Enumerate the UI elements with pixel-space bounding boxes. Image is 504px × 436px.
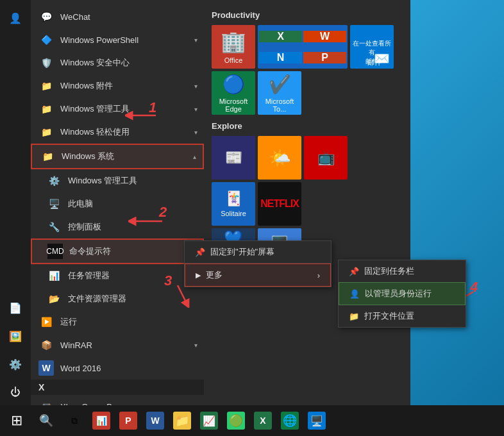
taskbar-app5-icon: 📈 (200, 412, 218, 430)
sidebar-icon-power[interactable]: ⏻ (3, 380, 28, 405)
taskbar-explorer[interactable]: 📁 (169, 408, 195, 433)
taskbar-app6-icon: 🟢 (227, 412, 245, 430)
app-item-powershell[interactable]: 🔷 Windows PowerShell ▾ (31, 28, 204, 51)
taskbar-app1-icon: 📊 (92, 412, 110, 430)
todo-icon: ✔️ (269, 74, 291, 95)
tile-weather[interactable]: 🌤️ (258, 136, 301, 180)
taskview-button[interactable]: ⧉ (62, 408, 87, 433)
taskbar-excel-icon: X (254, 412, 272, 430)
search-button[interactable]: 🔍 (32, 407, 60, 435)
app-item-accessories[interactable]: 📁 Windows 附件 ▾ (31, 74, 204, 97)
tile-edge-label: Microsoft Edge (215, 97, 251, 113)
app-item-run[interactable]: ▶️ 运行 (31, 310, 204, 333)
tile-office2[interactable]: X W N P (258, 25, 348, 69)
pintaskbar-item[interactable]: 📌 固定到任务栏 (339, 260, 466, 282)
tile-todo[interactable]: ✔️ Microsoft To... (258, 71, 301, 115)
arrow-icon5: ▴ (193, 153, 196, 160)
excel-mini: X (259, 31, 302, 42)
submenu-arrow: › (317, 271, 320, 280)
runadmin-item[interactable]: 👤 以管理员身份运行 (339, 282, 466, 305)
folder-icon4: 📁 (40, 149, 55, 164)
weather-icon: 🌤️ (269, 147, 291, 169)
app-item-xbox[interactable]: 🎮 Xbox Game Bar (31, 395, 204, 405)
explore-title: Explore (212, 121, 403, 131)
runadmin-icon: 👤 (349, 289, 360, 299)
app-item-mypc[interactable]: 🖥️ 此电脑 (31, 192, 204, 215)
desktop: 👤 📄 🖼️ ⚙️ ⏻ 💬 WeChat 🔷 Windows PowerShel… (0, 0, 504, 436)
tile-mail[interactable]: 在一处查看所有邮件 ✉️ 邮件 (350, 25, 394, 69)
taskbar: ⊞ 🔍 ⧉ 📊 P W 📁 📈 🟢 X 🌐 🖥️ (0, 405, 504, 436)
solitaire-icon: 🃏 (225, 190, 242, 207)
arrow-icon: ▾ (194, 37, 197, 44)
openfileloc-icon: 📁 (349, 312, 359, 321)
onenote-mini: N (259, 52, 302, 63)
controlpanel-icon: 🔧 (46, 219, 62, 235)
winrar-icon: 📦 (38, 337, 54, 353)
mypc-icon: 🖥️ (46, 196, 62, 212)
openfileloc-item[interactable]: 📁 打开文件位置 (339, 305, 466, 327)
word-mini: W (303, 31, 346, 42)
app-item-winrar[interactable]: 📦 WinRAR ▾ (31, 333, 204, 356)
arrow-icon3: ▾ (194, 106, 197, 113)
taskbar-app5[interactable]: 📈 (196, 408, 222, 433)
tile-news[interactable]: 📺 (304, 136, 348, 180)
ppt-mini: P (303, 52, 346, 63)
more-item[interactable]: ▶ 更多 › (185, 264, 331, 287)
app-item-controlpanel[interactable]: 🔧 控制面板 (31, 215, 204, 239)
xbox-icon: 🎮 (38, 399, 54, 405)
tile-office[interactable]: 🏢 Office (212, 25, 255, 69)
taskbar-app9[interactable]: 🖥️ (304, 408, 330, 433)
app-item-winmgmt[interactable]: ⚙️ Windows 管理工具 (31, 169, 204, 192)
explorer-icon: 📂 (46, 291, 62, 306)
sidebar-icon-pictures[interactable]: 🖼️ (3, 323, 28, 349)
app-item-easeofaccess[interactable]: 📁 Windows 轻松使用 ▾ (31, 121, 204, 144)
word-icon: W (38, 360, 54, 376)
tile-netflix[interactable]: NETFLIX (258, 182, 301, 226)
start-button[interactable]: ⊞ (3, 407, 31, 435)
wechat-icon: 💬 (38, 9, 54, 24)
tile-dark1[interactable]: 📰 (212, 136, 255, 180)
app-list[interactable]: 💬 WeChat 🔷 Windows PowerShell ▾ 🛡️ Windo… (31, 0, 204, 405)
tiles-row-4: 🃏 Solitaire NETFLIX (212, 182, 403, 226)
sidebar-icon-settings[interactable]: ⚙️ (3, 351, 28, 377)
section-x: X (31, 380, 204, 395)
app-item-cmd[interactable]: CMD 命令提示符 (31, 239, 204, 264)
sidebar-icon-documents[interactable]: 📄 (3, 295, 28, 321)
tile-mail-label: 邮件 (353, 58, 394, 67)
app-item-word[interactable]: W Word 2016 (31, 356, 204, 380)
netflix-icon: NETFLIX (260, 198, 299, 210)
tile-todo-label: Microsoft To... (262, 97, 298, 113)
tiles-row-2: 🔵 Microsoft Edge ✔️ Microsoft To... (212, 71, 403, 115)
arrow-icon2: ▾ (194, 83, 197, 90)
app-item-admintools[interactable]: 📁 Windows 管理工具 ▾ (31, 97, 204, 121)
sidebar-icons: 👤 📄 🖼️ ⚙️ ⏻ (0, 0, 31, 405)
taskbar-app6[interactable]: 🟢 (223, 408, 249, 433)
app-item-security[interactable]: 🛡️ Windows 安全中心 (31, 51, 204, 74)
taskbar-app1[interactable]: 📊 (88, 408, 114, 433)
taskbar-explorer-icon: 📁 (173, 412, 191, 430)
arrow-icon6: ▾ (194, 342, 197, 349)
app-item-winsystem[interactable]: 📁 Windows 系统 ▴ (31, 144, 204, 169)
context-menu-first: 📌 固定到"开始"屏幕 ▶ 更多 › (184, 240, 332, 287)
pin-to-start-item[interactable]: 📌 固定到"开始"屏幕 (185, 241, 331, 264)
tiles-row-3: 📰 🌤️ 📺 (212, 136, 403, 180)
security-icon: 🛡️ (38, 55, 54, 71)
taskbar-app2[interactable]: P (115, 408, 141, 433)
folder-icon: 📁 (38, 78, 54, 94)
sidebar-icon-user[interactable]: 👤 (3, 5, 28, 31)
tile-office-label: Office (215, 56, 251, 64)
tile-solitaire[interactable]: 🃏 Solitaire (212, 182, 255, 226)
annotation-3: 3 (164, 272, 172, 289)
folder-icon2: 📁 (38, 101, 54, 117)
app-item-wechat[interactable]: 💬 WeChat (31, 5, 204, 28)
taskbar-excel[interactable]: X (250, 408, 276, 433)
powershell-icon: 🔷 (38, 32, 54, 47)
taskbar-app3[interactable]: W (142, 408, 168, 433)
taskmgr-icon: 📊 (46, 268, 62, 283)
taskbar-app9-icon: 🖥️ (308, 412, 326, 430)
office-icon: 🏢 (221, 29, 246, 54)
pintaskbar-icon: 📌 (349, 267, 359, 276)
tile-edge[interactable]: 🔵 Microsoft Edge (212, 71, 255, 115)
taskbar-edge[interactable]: 🌐 (277, 408, 303, 433)
news-icon2: 📰 (225, 149, 242, 166)
